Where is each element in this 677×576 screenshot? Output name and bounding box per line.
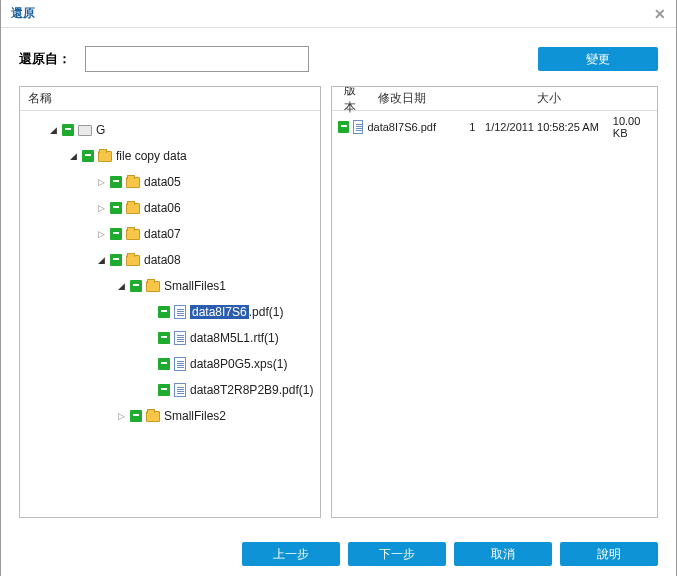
checkbox-icon[interactable] <box>158 384 170 396</box>
tree-row[interactable]: ◢SmallFiles1 <box>24 273 320 299</box>
restore-from-row: 還原自： 變更 <box>1 28 676 86</box>
tree-item-label: G <box>96 123 105 137</box>
file-name: data8I7S6.pdf <box>367 121 459 133</box>
tree-row[interactable]: ▷data06 <box>24 195 320 221</box>
folder-icon <box>126 203 140 214</box>
tree-item-label: SmallFiles2 <box>164 409 226 423</box>
tree-row[interactable]: ▷data05 <box>24 169 320 195</box>
tree-item-label: data8T2R8P2B9.pdf(1) <box>190 383 313 397</box>
dialog-title: 還原 <box>11 5 35 22</box>
checkbox-icon[interactable] <box>110 176 122 188</box>
tree-row[interactable]: ◢G <box>24 117 320 143</box>
panels: 名稱 ◢G◢file copy data▷data05▷data06▷data0… <box>1 86 676 518</box>
file-row[interactable]: data8I7S6.pdf11/12/2011 10:58:25 AM10.00… <box>332 115 657 139</box>
file-icon <box>174 357 186 371</box>
checkbox-icon[interactable] <box>110 254 122 266</box>
tree[interactable]: ◢G◢file copy data▷data05▷data06▷data07◢d… <box>20 111 320 435</box>
file-icon <box>353 120 364 134</box>
checkbox-icon[interactable] <box>82 150 94 162</box>
tree-row[interactable]: ▷data07 <box>24 221 320 247</box>
file-icon <box>174 331 186 345</box>
expand-icon[interactable]: ▷ <box>96 229 106 239</box>
file-version: 1 <box>463 121 481 133</box>
tree-row[interactable]: ▷SmallFiles2 <box>24 403 320 429</box>
tree-row[interactable]: ◢data8T2R8P2B9.pdf(1) <box>24 377 320 403</box>
restore-from-input[interactable] <box>85 46 309 72</box>
col-size: 大小 <box>440 90 657 107</box>
tree-item-label: data06 <box>144 201 181 215</box>
file-icon <box>174 383 186 397</box>
collapse-icon[interactable]: ◢ <box>116 281 126 291</box>
file-panel: 版本 修改日期 大小 data8I7S6.pdf11/12/2011 10:58… <box>331 86 658 518</box>
tree-item-label: data07 <box>144 227 181 241</box>
checkbox-icon[interactable] <box>62 124 74 136</box>
tree-row[interactable]: ◢data8I7S6.pdf(1) <box>24 299 320 325</box>
checkbox-icon[interactable] <box>158 332 170 344</box>
checkbox-icon[interactable] <box>130 280 142 292</box>
col-modified: 修改日期 <box>370 90 440 107</box>
file-date: 1/12/2011 10:58:25 AM <box>485 121 609 133</box>
expand-icon[interactable]: ▷ <box>96 177 106 187</box>
collapse-icon[interactable]: ◢ <box>96 255 106 265</box>
folder-icon <box>146 411 160 422</box>
tree-row[interactable]: ◢data08 <box>24 247 320 273</box>
tree-item-label: SmallFiles1 <box>164 279 226 293</box>
footer: 上一步 下一步 取消 說明 <box>1 532 676 576</box>
change-button[interactable]: 變更 <box>538 47 658 71</box>
drive-icon <box>78 125 92 136</box>
folder-icon <box>126 177 140 188</box>
tree-item-label: data08 <box>144 253 181 267</box>
cancel-button[interactable]: 取消 <box>454 542 552 566</box>
folder-icon <box>146 281 160 292</box>
file-icon <box>174 305 186 319</box>
file-list[interactable]: data8I7S6.pdf11/12/2011 10:58:25 AM10.00… <box>332 111 657 143</box>
expand-icon[interactable]: ▷ <box>116 411 126 421</box>
tree-item-label: data8M5L1.rtf(1) <box>190 331 279 345</box>
titlebar: 還原 ✕ <box>1 0 676 28</box>
checkbox-icon[interactable] <box>110 228 122 240</box>
tree-row[interactable]: ◢data8M5L1.rtf(1) <box>24 325 320 351</box>
tree-panel: 名稱 ◢G◢file copy data▷data05▷data06▷data0… <box>19 86 321 518</box>
folder-icon <box>126 255 140 266</box>
tree-item-label: data8I7S6.pdf(1) <box>190 305 283 319</box>
tree-header: 名稱 <box>20 87 320 111</box>
collapse-icon[interactable]: ◢ <box>68 151 78 161</box>
file-size: 10.00 KB <box>613 115 657 139</box>
restore-from-label: 還原自： <box>19 50 75 68</box>
help-button[interactable]: 說明 <box>560 542 658 566</box>
restore-dialog: 還原 ✕ 還原自： 變更 名稱 ◢G◢file copy data▷data05… <box>0 0 677 576</box>
expand-icon[interactable]: ▷ <box>96 203 106 213</box>
tree-row[interactable]: ◢data8P0G5.xps(1) <box>24 351 320 377</box>
checkbox-icon[interactable] <box>110 202 122 214</box>
collapse-icon[interactable]: ◢ <box>48 125 58 135</box>
checkbox-icon[interactable] <box>338 121 349 133</box>
tree-item-label: data8P0G5.xps(1) <box>190 357 287 371</box>
back-button[interactable]: 上一步 <box>242 542 340 566</box>
checkbox-icon[interactable] <box>158 306 170 318</box>
next-button[interactable]: 下一步 <box>348 542 446 566</box>
col-name: 名稱 <box>20 90 320 107</box>
file-header: 版本 修改日期 大小 <box>332 87 657 111</box>
close-icon[interactable]: ✕ <box>654 6 666 22</box>
checkbox-icon[interactable] <box>158 358 170 370</box>
folder-icon <box>98 151 112 162</box>
tree-row[interactable]: ◢file copy data <box>24 143 320 169</box>
folder-icon <box>126 229 140 240</box>
checkbox-icon[interactable] <box>130 410 142 422</box>
col-version: 版本 <box>336 86 370 116</box>
tree-item-label: file copy data <box>116 149 187 163</box>
tree-item-label: data05 <box>144 175 181 189</box>
